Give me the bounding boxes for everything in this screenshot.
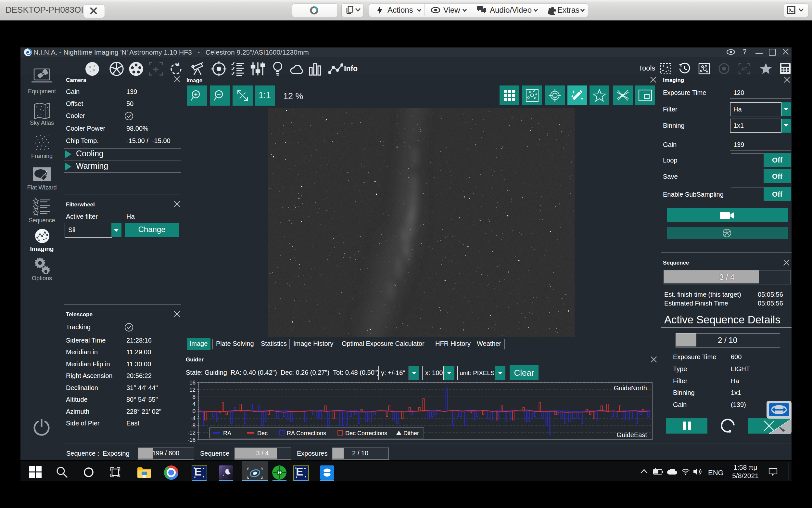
svg-text:8: 8 <box>193 394 195 400</box>
svg-text:GuideNorth: GuideNorth <box>614 384 647 392</box>
svg-text:-12: -12 <box>187 430 195 436</box>
svg-text:-4: -4 <box>191 415 195 422</box>
svg-text:0: 0 <box>193 408 195 414</box>
svg-text:12: 12 <box>189 387 195 393</box>
svg-text:RA Corrections: RA Corrections <box>287 430 326 436</box>
svg-text:16: 16 <box>189 380 195 386</box>
svg-text:RA: RA <box>223 430 231 436</box>
svg-text:AF: AF <box>741 66 747 72</box>
svg-text:Dec Corrections: Dec Corrections <box>345 430 387 436</box>
svg-text:-8: -8 <box>191 423 195 429</box>
svg-text:Dither: Dither <box>403 430 419 436</box>
svg-text:Dec: Dec <box>257 430 268 436</box>
svg-text:GuideEast: GuideEast <box>617 431 647 438</box>
svg-text:4: 4 <box>193 401 195 407</box>
svg-text:-16: -16 <box>187 437 195 443</box>
